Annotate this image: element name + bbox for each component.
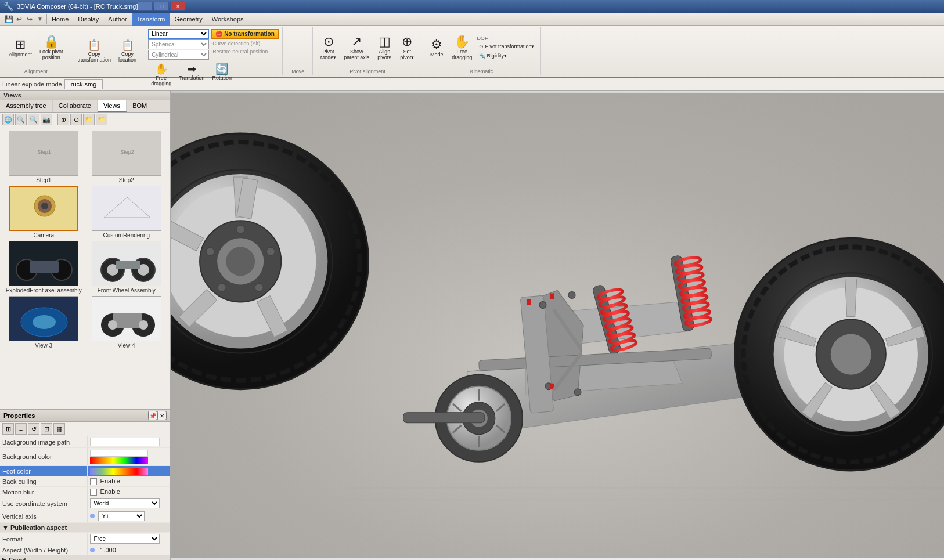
free-dragging-button[interactable]: ✋ Freedragging	[148, 62, 174, 88]
aspect-indicator	[90, 548, 95, 552]
svg-point-7	[41, 203, 48, 209]
view-item-view3[interactable]: View 3	[2, 295, 85, 350]
bg-color-rainbow-swatch[interactable]	[90, 457, 148, 464]
pivot-mode-label: PivotMode▾	[320, 49, 337, 60]
menu-workshops[interactable]: Workshops	[207, 13, 248, 26]
panel-tool-camera[interactable]: 📷	[41, 114, 52, 125]
view-item-view4[interactable]: View 4	[85, 295, 168, 350]
menu-display[interactable]: Display	[73, 13, 103, 26]
view-item-front-wheel[interactable]: Front Wheel Assembly	[85, 240, 168, 295]
ribbon-group-kinematic: ⚙ Mode ✋ Freedragging DOF ⊙ Pivot transf…	[423, 27, 541, 75]
copy-location-label: Copylocation	[118, 51, 136, 63]
rotation-button[interactable]: 🔄 Rotation	[209, 62, 235, 88]
props-tool-5[interactable]: ▦	[53, 423, 65, 435]
quick-access-dropdown[interactable]: ▼	[37, 16, 43, 22]
bg-color-white-swatch[interactable]	[90, 450, 148, 457]
file-tab[interactable]: ruck.smg	[64, 79, 103, 89]
props-tool-1[interactable]: ⊞	[2, 423, 14, 435]
close-button[interactable]: ×	[170, 2, 185, 11]
props-value-motion-blur: Enable	[87, 487, 170, 497]
pivot-mode-button[interactable]: ⊙ PivotMode▾	[318, 34, 340, 62]
props-section-event[interactable]: ▶ Event	[0, 555, 170, 560]
copy-transformation-button[interactable]: 📋 Copytransformation	[75, 38, 114, 64]
view-item-custom-rendering[interactable]: CustomRendering	[85, 185, 168, 240]
views-grid: Step1 Step1 Step2 Step2	[0, 127, 170, 352]
view-thumb-step1: Step1	[9, 131, 78, 176]
pivot-transformation-button[interactable]: ⊙ Pivot transformation▾	[477, 42, 536, 50]
explode-dropdowns: Linear Spherical Cylindrical Spherical C…	[148, 29, 209, 60]
tab-views[interactable]: Views	[98, 100, 127, 112]
back-culling-checkbox[interactable]	[90, 478, 97, 485]
bg-image-input[interactable]	[90, 438, 160, 446]
props-tool-4[interactable]: ⊡	[41, 423, 52, 435]
camera-preview	[10, 186, 77, 231]
copy-transform-icon: 📋	[88, 40, 100, 50]
restore-neutral-row: Restore neutral position	[211, 48, 279, 55]
tab-assembly-tree[interactable]: Assembly tree	[0, 100, 53, 112]
view-thumb-front-wheel	[92, 241, 161, 286]
props-value-use-coord: World	[87, 497, 170, 510]
menu-geometry[interactable]: Geometry	[170, 13, 207, 26]
menu-home[interactable]: Home	[47, 13, 73, 26]
vertical-axis-select[interactable]: Y+ Y- Z+	[98, 511, 145, 521]
panel-tool-globe[interactable]: 🌐	[2, 114, 14, 125]
explode-mode-select2[interactable]: Spherical	[148, 39, 209, 49]
free-dragging-k-icon: ✋	[454, 35, 470, 48]
set-pivot-button[interactable]: ⊕ Setpivot▾	[397, 34, 417, 62]
redo-button[interactable]: ↪	[24, 14, 35, 24]
minimize-button[interactable]: _	[138, 2, 153, 11]
menu-author[interactable]: Author	[103, 13, 131, 26]
menu-transform[interactable]: Transform	[132, 13, 170, 26]
view-thumb-custom	[92, 186, 161, 231]
free-dragging-k-button[interactable]: ✋ Freedragging	[449, 34, 475, 62]
explode-mode-select3[interactable]: Cylindrical	[148, 50, 209, 60]
copy-location-button[interactable]: 📋 Copylocation	[116, 38, 139, 64]
props-row-foot-color[interactable]: Foot color	[0, 466, 170, 476]
lock-pivot-button[interactable]: 🔒 Lock pivotposition	[37, 34, 66, 62]
mode-tab-bar: Linear explode mode ruck.smg	[0, 78, 944, 91]
view-item-exploded-front[interactable]: ExplodedFront axel assembly	[2, 240, 85, 295]
props-section-publication[interactable]: ▼ Publication aspect	[0, 523, 170, 533]
format-select[interactable]: Free	[90, 534, 160, 544]
use-coord-select[interactable]: World	[90, 498, 160, 508]
rigidity-button[interactable]: 🔩 Rigidity▾	[477, 52, 536, 60]
mode-button[interactable]: ⚙ Mode	[426, 37, 447, 59]
explode-mode-select[interactable]: Linear Spherical Cylindrical	[148, 29, 209, 39]
props-tool-2[interactable]: ≡	[15, 423, 27, 435]
view-item-step2[interactable]: Step2 Step2	[85, 129, 168, 185]
props-row-bg-image: Background image path	[0, 436, 170, 448]
svg-point-24	[33, 315, 56, 329]
props-close-button[interactable]: ✕	[157, 411, 167, 420]
panel-tool-add[interactable]: ⊕	[57, 114, 69, 125]
quick-access-toolbar: 💾 ↩ ↪ ▼	[0, 14, 47, 24]
view-thumb-step2: Step2	[92, 131, 161, 176]
panel-tool-search1[interactable]: 🔍	[15, 114, 27, 125]
viewport[interactable]: 📷	[171, 91, 944, 560]
undo-button[interactable]: ↩	[14, 14, 24, 24]
vertical-axis-indicator	[90, 514, 95, 518]
panel-tool-folder2[interactable]: 📁	[96, 114, 107, 125]
motion-blur-checkbox[interactable]	[90, 489, 97, 496]
panel-tool-search2[interactable]: 🔍	[28, 114, 39, 125]
pivot-transform-label: Pivot transformation▾	[485, 44, 534, 49]
translation-button[interactable]: ➡ Translation	[176, 62, 207, 88]
tab-bom[interactable]: BOM	[127, 100, 153, 112]
maximize-button[interactable]: □	[154, 2, 169, 11]
rotation-icon: 🔄	[215, 64, 228, 74]
panel-tool-remove[interactable]: ⊖	[70, 114, 82, 125]
view-item-camera[interactable]: Camera	[2, 185, 85, 240]
foot-color-swatch[interactable]	[90, 468, 148, 475]
alignment-button[interactable]: ⊞ Alignment	[6, 37, 35, 59]
props-tool-3[interactable]: ↺	[28, 423, 39, 435]
show-parent-axis-button[interactable]: ↗ Showparent axis	[341, 34, 372, 62]
svg-rect-74	[527, 299, 531, 305]
no-transformation-button[interactable]: ⛔ No transformation	[211, 29, 279, 39]
props-label-motion-blur: Motion blur	[0, 487, 87, 497]
props-label-format: Format	[0, 533, 87, 545]
props-pin-button[interactable]: 📌	[148, 411, 157, 420]
align-pivot-button[interactable]: ◫ Alignpivot▾	[374, 34, 395, 62]
save-button[interactable]: 💾	[3, 14, 14, 24]
tab-collaborate[interactable]: Collaborate	[53, 100, 98, 112]
panel-tool-folder1[interactable]: 📁	[83, 114, 95, 125]
view-item-step1[interactable]: Step1 Step1	[2, 129, 85, 185]
